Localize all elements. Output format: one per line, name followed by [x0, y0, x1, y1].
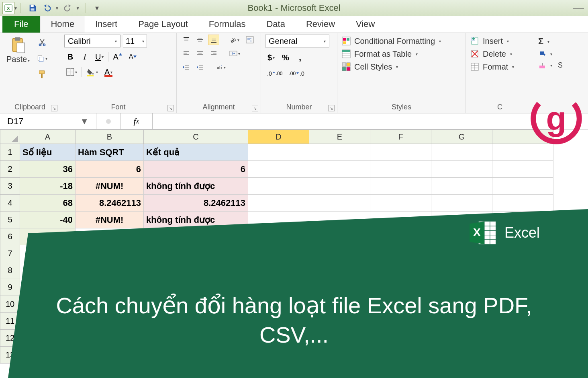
group-styles: Conditional Formatting▾ Format as Table▾… [337, 33, 466, 113]
align-right-button[interactable] [208, 48, 219, 59]
shrink-font-button[interactable]: A [127, 51, 139, 63]
copy-button[interactable]: ▾ [35, 52, 49, 64]
group-alignment: ab▾ ▾ ab▾ Alignment↘ [177, 33, 261, 113]
percent-button[interactable]: % [280, 51, 292, 64]
svg-rect-3 [31, 8, 34, 10]
fx-icon[interactable]: fx [120, 113, 153, 129]
group-font: Calibri▾ 11▾ B I U▾ A A ▾ ▾ A▾ Font↘ [60, 33, 177, 113]
insert-cells-button[interactable]: Insert▾ [470, 36, 514, 46]
italic-button[interactable]: I [79, 51, 91, 63]
format-painter-button[interactable] [36, 68, 49, 80]
fill-color-button[interactable]: ▾ [84, 66, 100, 78]
comma-button[interactable]: , [294, 51, 306, 64]
group-clipboard: Paste▾ ▾ Clipboard↘ [0, 33, 60, 113]
tab-formulas[interactable]: Formulas [199, 15, 256, 33]
fx-cancel-icon [96, 113, 120, 129]
decrease-indent-button[interactable] [181, 62, 192, 72]
cell[interactable]: Số liệu [20, 144, 76, 161]
row-header[interactable]: 4 [0, 195, 20, 212]
cell[interactable]: Hàm SQRT [76, 144, 144, 161]
svg-rect-16 [87, 75, 94, 76]
font-name-combo[interactable]: Calibri▾ [64, 35, 120, 47]
wrap-text-button[interactable] [244, 35, 256, 45]
svg-point-60 [106, 119, 111, 124]
col-header-B[interactable]: B [76, 129, 144, 144]
cell-styles-button[interactable]: Cell Styles▾ [341, 62, 441, 72]
accounting-format-button[interactable]: $▾ [265, 51, 277, 64]
title-bar: X ▼ ▼ ▼ ▾ Book1 - Microsoft Excel — [0, 0, 588, 16]
col-header-F[interactable]: F [370, 129, 431, 144]
minimize-icon[interactable]: — [573, 2, 584, 14]
clipboard-launcher-icon[interactable]: ↘ [51, 105, 57, 111]
merge-center-button[interactable]: ▾ [227, 48, 242, 59]
save-button[interactable] [27, 2, 38, 14]
tab-file[interactable]: File [2, 15, 40, 33]
paste-button[interactable]: Paste▾ [4, 35, 32, 66]
format-as-table-button[interactable]: Format as Table▾ [341, 49, 441, 59]
align-bottom-button[interactable] [208, 35, 219, 45]
tab-data[interactable]: Data [256, 15, 295, 33]
svg-rect-59 [539, 66, 545, 68]
col-header-A[interactable]: A [20, 129, 76, 144]
app-menu-caret-icon[interactable]: ▼ [14, 6, 18, 10]
row-header[interactable]: 5 [0, 212, 20, 228]
redo-button[interactable] [62, 2, 74, 14]
svg-text:ab: ab [229, 36, 237, 43]
borders-button[interactable]: ▾ [64, 66, 79, 78]
row-header[interactable]: 1 [0, 144, 20, 161]
col-header-G[interactable]: G [431, 129, 492, 144]
align-left-button[interactable] [181, 48, 192, 59]
svg-rect-51 [347, 67, 350, 71]
font-color-button[interactable]: A▾ [102, 66, 114, 78]
format-cells-button[interactable]: Format▾ [470, 62, 514, 72]
increase-indent-button[interactable] [194, 62, 206, 72]
underline-button[interactable]: U▾ [93, 51, 106, 63]
watermark-g-icon: g [530, 92, 582, 145]
name-box[interactable]: D17▼ [0, 113, 96, 129]
banner-headline: Cách chuyển đổi hàng loạt file Excel san… [24, 291, 564, 350]
qat-customize-button[interactable]: ▾ [92, 2, 103, 14]
align-middle-button[interactable] [194, 35, 206, 45]
decrease-decimal-button[interactable]: .00.0 [287, 68, 306, 80]
grow-font-button[interactable]: A [111, 51, 124, 63]
delete-cells-button[interactable]: Delete▾ [470, 49, 514, 59]
svg-rect-6 [17, 43, 24, 53]
svg-rect-43 [343, 41, 346, 44]
row-header[interactable]: 2 [0, 161, 20, 178]
bold-button[interactable]: B [64, 51, 76, 63]
excel-logo: X Excel [469, 220, 540, 245]
cut-button[interactable] [36, 36, 48, 48]
formula-input[interactable] [153, 113, 588, 129]
select-all-corner[interactable] [0, 129, 20, 144]
tab-review[interactable]: Review [296, 15, 345, 33]
align-center-button[interactable] [194, 48, 206, 59]
number-format-combo[interactable]: General▾ [265, 35, 329, 47]
svg-rect-49 [347, 63, 350, 66]
autosum-button[interactable]: Σ▾ [538, 36, 563, 47]
tab-insert[interactable]: Insert [85, 15, 127, 33]
col-header-C[interactable]: C [144, 129, 248, 144]
alignment-launcher-icon[interactable]: ↘ [252, 105, 258, 111]
excel-app-icon: X [2, 2, 14, 14]
number-launcher-icon[interactable]: ↘ [328, 105, 335, 111]
col-header-E[interactable]: E [309, 129, 370, 144]
tab-home[interactable]: Home [41, 15, 84, 33]
font-size-combo[interactable]: 11▾ [123, 35, 147, 47]
undo-button[interactable] [41, 2, 53, 14]
conditional-formatting-button[interactable]: Conditional Formatting▾ [341, 36, 441, 46]
row-header[interactable]: 3 [0, 178, 20, 195]
font-launcher-icon[interactable]: ↘ [167, 105, 174, 111]
orientation-button[interactable]: ab▾ [227, 35, 241, 45]
col-header-D[interactable]: D [248, 129, 309, 144]
tab-view[interactable]: View [346, 15, 385, 33]
increase-decimal-button[interactable]: .0.00 [265, 68, 284, 80]
orientation2-button[interactable]: ab▾ [214, 62, 228, 72]
tab-page-layout[interactable]: Page Layout [128, 15, 198, 33]
svg-rect-48 [342, 63, 346, 66]
fill-button[interactable]: ▾ [538, 50, 563, 58]
cell[interactable]: Kết quả [144, 144, 248, 161]
svg-rect-11 [39, 71, 44, 74]
clear-button[interactable]: ▾S [538, 61, 563, 70]
svg-text:X: X [473, 226, 481, 238]
align-top-button[interactable] [181, 35, 192, 45]
